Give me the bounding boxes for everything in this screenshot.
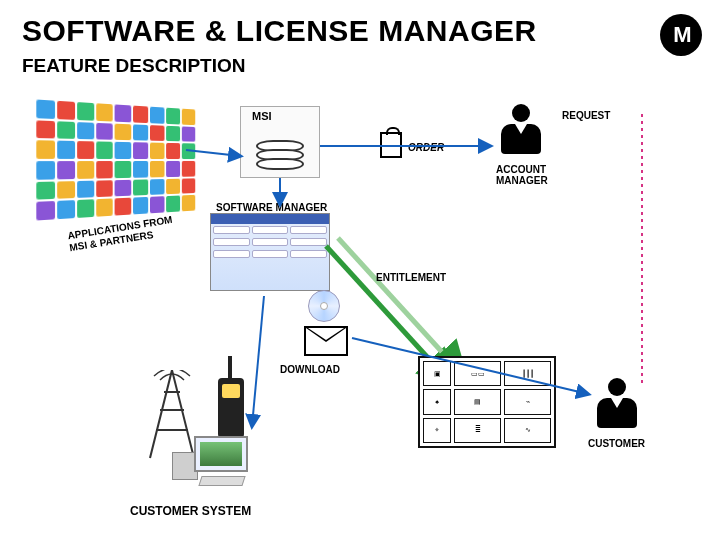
app-tile bbox=[150, 161, 165, 177]
app-tile bbox=[150, 143, 165, 159]
app-tile bbox=[133, 161, 148, 178]
applications-from-label: APPLICATIONS FROM MSI & PARTNERS bbox=[67, 214, 175, 254]
app-tile bbox=[182, 178, 196, 194]
app-tile bbox=[166, 161, 180, 177]
app-tile bbox=[57, 121, 75, 139]
msi-label: MSI bbox=[252, 110, 272, 122]
app-tile bbox=[115, 142, 131, 159]
app-tile bbox=[115, 161, 131, 178]
account-manager-icon bbox=[498, 104, 544, 160]
motorola-logo: M bbox=[660, 14, 702, 56]
app-tile bbox=[166, 196, 180, 212]
app-tile bbox=[36, 181, 55, 200]
svg-line-4 bbox=[186, 150, 240, 156]
svg-line-7 bbox=[252, 296, 264, 426]
app-tile bbox=[166, 143, 180, 159]
msi-to-swm-arrow bbox=[270, 178, 290, 214]
app-tile bbox=[133, 106, 148, 123]
app-tile bbox=[133, 179, 148, 196]
app-tile bbox=[36, 141, 55, 159]
app-tile bbox=[97, 161, 114, 178]
app-tile bbox=[150, 179, 165, 195]
entitlement-label: ENTITLEMENT bbox=[376, 272, 446, 283]
app-tile bbox=[182, 195, 196, 211]
app-tile bbox=[77, 200, 94, 218]
app-tile bbox=[150, 107, 165, 124]
page-subtitle: FEATURE DESCRIPTION bbox=[22, 55, 245, 77]
app-tile bbox=[115, 198, 131, 216]
app-tile bbox=[166, 178, 180, 194]
dash-cell: ≣ bbox=[454, 418, 501, 443]
app-tile bbox=[115, 104, 131, 122]
entitlement-to-customer-arrow bbox=[352, 330, 602, 410]
app-tile bbox=[133, 197, 148, 214]
app-tile bbox=[166, 108, 180, 124]
app-tile bbox=[36, 99, 55, 118]
app-tile bbox=[115, 179, 131, 196]
app-tile bbox=[97, 199, 114, 217]
app-tile bbox=[97, 123, 114, 141]
request-label: REQUEST bbox=[562, 110, 610, 121]
app-tile bbox=[97, 142, 114, 159]
apps-to-msi-arrow bbox=[186, 140, 256, 180]
application-wall-graphic bbox=[36, 99, 195, 220]
app-tile bbox=[166, 125, 180, 141]
request-dotted-line bbox=[636, 114, 676, 394]
app-tile bbox=[133, 124, 148, 141]
app-tile bbox=[115, 123, 131, 140]
app-tile bbox=[77, 161, 94, 179]
app-tile bbox=[57, 181, 75, 199]
customer-system-label: CUSTOMER SYSTEM bbox=[130, 504, 251, 518]
customer-label: CUSTOMER bbox=[588, 438, 645, 449]
database-icon bbox=[256, 140, 304, 167]
app-tile bbox=[133, 143, 148, 159]
dash-side-icon: ⌖ bbox=[423, 418, 451, 443]
svg-line-6 bbox=[352, 338, 588, 394]
app-tile bbox=[97, 103, 114, 121]
account-manager-label: ACCOUNT MANAGER bbox=[496, 164, 548, 186]
dash-cell: ∿ bbox=[504, 418, 551, 443]
customer-system-pc-icon bbox=[176, 436, 256, 492]
app-tile bbox=[57, 101, 75, 120]
app-tile bbox=[36, 201, 55, 220]
app-tile bbox=[182, 109, 196, 125]
app-tile bbox=[77, 102, 94, 120]
app-tile bbox=[57, 200, 75, 219]
app-tile bbox=[57, 141, 75, 159]
order-arrow bbox=[320, 136, 500, 156]
app-tile bbox=[150, 125, 165, 141]
app-tile bbox=[150, 197, 165, 214]
page-title: SOFTWARE & LICENSE MANAGER bbox=[22, 14, 537, 48]
app-tile bbox=[36, 120, 55, 139]
app-tile bbox=[36, 161, 55, 179]
app-tile bbox=[77, 141, 94, 159]
app-tile bbox=[77, 122, 94, 140]
handheld-radio-icon bbox=[218, 378, 244, 438]
app-tile bbox=[97, 180, 114, 198]
app-tile bbox=[77, 180, 94, 198]
app-tile bbox=[57, 161, 75, 179]
download-arrow bbox=[248, 296, 318, 436]
